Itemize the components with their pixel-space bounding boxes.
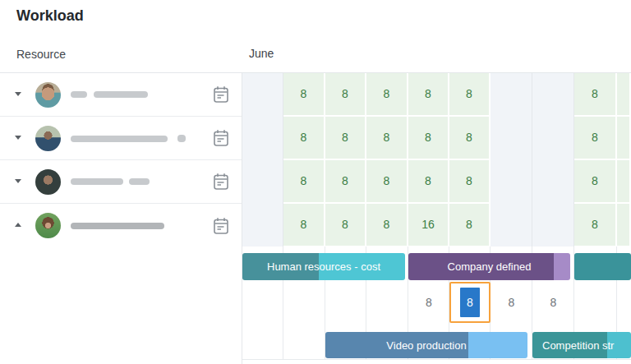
avatar [35, 126, 61, 151]
resource-row[interactable] [0, 73, 242, 117]
expanded-allocation-section: Human resources - cost Company defined V… [242, 247, 631, 364]
weekend-cell [532, 160, 574, 204]
timeline-month-label: June [249, 47, 274, 60]
workload-cell[interactable]: 8 [325, 117, 366, 160]
workload-cell[interactable]: 8 [366, 117, 408, 160]
workload-cell[interactable]: 8 [574, 117, 617, 160]
workload-cell[interactable]: 8 [283, 117, 325, 160]
name-placeholder [177, 135, 186, 142]
workload-cell[interactable] [617, 117, 631, 160]
weekend-cell [532, 117, 574, 160]
chevron-down-icon[interactable] [15, 179, 21, 183]
workload-cell[interactable]: 8 [366, 160, 408, 204]
avatar [35, 169, 61, 195]
resource-column-header: Resource [16, 48, 66, 61]
workload-cell[interactable]: 8 [449, 117, 491, 160]
calendar-icon[interactable] [211, 216, 231, 236]
workload-grid: 8888888888888888888881688 [242, 73, 631, 247]
workload-cell[interactable]: 8 [408, 117, 449, 160]
workload-view: Workload Resource June [0, 0, 631, 364]
workload-cell[interactable] [617, 73, 631, 117]
avatar [35, 213, 61, 238]
workload-cell[interactable]: 8 [408, 160, 449, 204]
weekend-cell [491, 160, 532, 204]
workload-cell[interactable] [617, 204, 631, 247]
workload-cell[interactable]: 8 [283, 160, 325, 204]
project-bar[interactable]: Human resources - cost [242, 253, 405, 280]
project-bar-label: Human resources - cost [242, 253, 405, 280]
project-bars-row: Human resources - cost Company defined [242, 253, 631, 280]
project-bar-label: Company defined [408, 253, 570, 280]
project-bar-label: Competition str [532, 332, 631, 358]
weekend-cell [491, 73, 532, 117]
workload-cell[interactable]: 8 [325, 73, 366, 117]
project-bar[interactable]: Company defined [408, 253, 570, 280]
resource-row[interactable] [0, 204, 242, 247]
calendar-icon[interactable] [211, 172, 231, 191]
workload-cell[interactable]: 8 [449, 73, 491, 117]
grid-bottom-line [242, 359, 631, 360]
resource-row[interactable] [0, 117, 242, 160]
workload-cell[interactable]: 8 [283, 204, 325, 247]
selected-allocation-cell[interactable]: 8 [449, 282, 491, 323]
project-bar[interactable]: Competition str [532, 332, 631, 358]
workload-cell[interactable] [617, 160, 631, 204]
weekend-cell [491, 204, 532, 247]
weekend-cell [242, 160, 283, 204]
project-bar-label [574, 253, 631, 280]
chevron-down-icon[interactable] [15, 136, 21, 140]
resource-list [0, 73, 242, 247]
project-bars-row: Video production Competition str [242, 332, 631, 358]
calendar-icon[interactable] [211, 85, 231, 104]
workload-cell[interactable]: 8 [366, 204, 408, 247]
redacted-name [71, 223, 164, 229]
avatar [35, 82, 61, 108]
name-placeholder [71, 178, 123, 185]
allocation-value[interactable]: 8 [460, 288, 480, 317]
workload-cell[interactable]: 16 [408, 204, 449, 247]
chevron-down-icon[interactable] [15, 92, 21, 96]
page-title: Workload [16, 7, 84, 25]
weekend-cell [532, 73, 574, 117]
weekend-cell [532, 204, 574, 247]
workload-cell[interactable]: 8 [325, 160, 366, 204]
name-placeholder [71, 223, 164, 229]
name-placeholder [94, 91, 148, 98]
name-placeholder [71, 91, 87, 98]
project-bar[interactable] [574, 253, 631, 280]
project-bar[interactable]: Video production [325, 332, 527, 358]
workload-cell[interactable]: 8 [574, 204, 617, 247]
workload-cell[interactable]: 8 [366, 73, 408, 117]
workload-cell[interactable]: 8 [408, 73, 449, 117]
workload-cell[interactable]: 8 [449, 160, 491, 204]
workload-cell[interactable]: 8 [283, 73, 325, 117]
resource-row[interactable] [0, 160, 242, 204]
weekend-cell [242, 73, 283, 117]
project-bar-label: Video production [325, 332, 527, 358]
redacted-name [71, 91, 148, 98]
allocation-cell[interactable]: 8 [408, 282, 449, 323]
calendar-icon[interactable] [211, 128, 231, 148]
workload-cell[interactable]: 8 [574, 73, 617, 117]
weekend-cell [491, 117, 532, 160]
weekend-cell [242, 204, 283, 247]
allocation-cell[interactable]: 8 [491, 282, 532, 323]
workload-cell[interactable]: 8 [574, 160, 617, 204]
workload-cell[interactable]: 8 [325, 204, 366, 247]
name-placeholder [71, 136, 168, 142]
workload-cell[interactable]: 8 [449, 204, 491, 247]
redacted-name [71, 178, 150, 185]
allocation-cell[interactable]: 8 [532, 282, 574, 323]
redacted-name [71, 135, 186, 142]
weekend-cell [242, 117, 283, 160]
chevron-up-icon[interactable] [15, 223, 21, 227]
name-placeholder [129, 178, 150, 185]
